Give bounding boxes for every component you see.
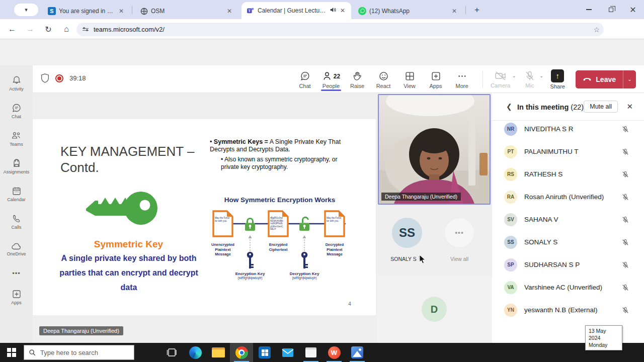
browser-tab-1[interactable]: S You are signed in as 23itrvi ✕ bbox=[43, 3, 130, 19]
apps-plus-icon bbox=[12, 289, 22, 299]
participant-avatar: RS bbox=[504, 168, 517, 181]
tab-close-icon[interactable]: ✕ bbox=[225, 7, 234, 16]
spotlight-avatar[interactable]: SS bbox=[392, 218, 422, 248]
bell-icon bbox=[12, 75, 22, 85]
photos-taskbar-icon[interactable] bbox=[346, 343, 369, 362]
home-button[interactable]: ⌂ bbox=[60, 23, 72, 35]
store-icon bbox=[259, 346, 271, 358]
participant-avatar: SS bbox=[504, 236, 517, 249]
store-taskbar-icon[interactable] bbox=[253, 343, 276, 362]
sidebar-item-apps[interactable]: Apps bbox=[0, 283, 33, 311]
participant-name: RATHESH S bbox=[524, 170, 622, 178]
edge-taskbar-icon[interactable] bbox=[184, 343, 207, 362]
sidebar-item-onedrive[interactable]: OneDrive bbox=[0, 235, 33, 263]
apps-plus-icon bbox=[431, 71, 441, 81]
participants-panel: ❮ In this meeting (22) Mute all ✕ NR NIV… bbox=[492, 93, 644, 343]
bookmark-star-icon[interactable]: ☆ bbox=[593, 26, 600, 34]
raise-hand-button[interactable]: Raise bbox=[344, 68, 370, 92]
start-button[interactable] bbox=[0, 343, 23, 362]
leave-options-chevron-icon[interactable]: ⌄ bbox=[623, 70, 636, 88]
sidebar-item-assignments[interactable]: Assignments bbox=[0, 152, 33, 180]
plaintext-document-icon: May the Force be with you. bbox=[212, 210, 233, 237]
tab-close-icon[interactable]: ✕ bbox=[450, 7, 459, 16]
window-close-button[interactable]: ✕ bbox=[622, 0, 644, 19]
photos-icon bbox=[351, 346, 363, 358]
participant-avatar: D bbox=[422, 297, 447, 322]
view-all-button[interactable]: ••• bbox=[444, 218, 474, 248]
mic-chevron-icon[interactable]: ⌄ bbox=[539, 73, 543, 78]
share-screen-icon: ↑ bbox=[551, 69, 564, 82]
mic-button[interactable]: Mic bbox=[517, 70, 542, 88]
tab-close-icon[interactable]: ✕ bbox=[117, 7, 126, 16]
participant-row[interactable]: SS SONALY S bbox=[492, 231, 644, 253]
tab-title: (12) WhatsApp bbox=[369, 8, 447, 15]
browser-tab-4[interactable]: (12) WhatsApp ✕ bbox=[353, 3, 463, 19]
button-label: View bbox=[404, 83, 416, 89]
sidebar-item-activity[interactable]: Activity bbox=[0, 69, 33, 97]
window-restore-button[interactable] bbox=[600, 0, 622, 19]
window-minimize-button[interactable] bbox=[578, 0, 600, 19]
button-label: More bbox=[455, 83, 468, 89]
participant-row[interactable]: SP SUDHARSAN S P bbox=[492, 253, 644, 276]
mute-all-button[interactable]: Mute all bbox=[584, 101, 618, 113]
raise-hand-icon bbox=[352, 71, 362, 81]
participant-row[interactable]: VA Varshinee AC (Unverified) bbox=[492, 276, 644, 299]
reload-button[interactable]: ↻ bbox=[42, 23, 54, 35]
participant-row[interactable]: NR NIVEDITHA S R bbox=[492, 121, 644, 140]
new-tab-button[interactable]: + bbox=[471, 4, 483, 16]
react-button[interactable]: React bbox=[370, 68, 396, 92]
browser-tab-2[interactable]: OSM ✕ bbox=[135, 3, 238, 19]
sidebar-item-calendar[interactable]: Calendar bbox=[0, 180, 33, 208]
taskbar-search-input[interactable]: Type here to search bbox=[24, 345, 134, 360]
leave-button[interactable]: Leave bbox=[576, 70, 623, 88]
hangup-icon bbox=[583, 77, 592, 82]
back-chevron-icon[interactable]: ❮ bbox=[506, 103, 512, 111]
mail-taskbar-icon[interactable] bbox=[276, 343, 299, 362]
video-tile[interactable]: Deepa Thangaraju (Unverified) bbox=[378, 94, 491, 205]
sidebar-item-calls[interactable]: Calls bbox=[0, 208, 33, 235]
chrome-taskbar-icon[interactable] bbox=[230, 343, 253, 362]
participant-avatar: SP bbox=[504, 258, 517, 272]
sidebar-more-icon[interactable]: ••• bbox=[0, 263, 33, 283]
camera-button[interactable]: Camera bbox=[486, 70, 515, 88]
shield-icon[interactable] bbox=[41, 73, 49, 83]
file-explorer-taskbar-icon[interactable] bbox=[207, 343, 230, 362]
sidebar-item-teams[interactable]: Teams bbox=[0, 125, 33, 152]
sidebar-label: Assignments bbox=[4, 169, 30, 174]
participant-row[interactable]: SV SAHANA V bbox=[492, 208, 644, 231]
chat-button[interactable]: Chat bbox=[292, 68, 318, 92]
participant-row[interactable]: RS RATHESH S bbox=[492, 163, 644, 186]
view-button[interactable]: View bbox=[396, 68, 423, 92]
sidebar-label: OneDrive bbox=[7, 251, 26, 256]
forward-button[interactable]: → bbox=[24, 23, 36, 35]
camera-chevron-icon[interactable]: ⌄ bbox=[512, 73, 516, 78]
participant-name: PALANIMUTHU T bbox=[524, 148, 622, 155]
tab-close-icon[interactable]: ✕ bbox=[338, 6, 347, 15]
wps-taskbar-icon[interactable]: W bbox=[323, 343, 346, 362]
address-bar[interactable]: teams.microsoft.com/v2/ ☆ bbox=[76, 23, 604, 36]
browser-tab-active[interactable]: T Calendar | Guest Lecture on ✕ bbox=[242, 2, 351, 19]
site-info-icon[interactable] bbox=[83, 27, 89, 32]
browser-urlbar: ← → ↻ ⌂ teams.microsoft.com/v2/ ☆ D ⋮ bbox=[0, 19, 644, 39]
tab-search-chevron-icon[interactable]: ▾ bbox=[14, 4, 38, 16]
apps-button[interactable]: Apps bbox=[423, 68, 449, 92]
tab-audio-icon[interactable] bbox=[330, 7, 336, 15]
participant-row[interactable]: PT PALANIMUTHU T bbox=[492, 140, 644, 163]
task-view-button[interactable] bbox=[160, 343, 184, 362]
participant-row[interactable]: YN yeswanth N.B (External) bbox=[492, 299, 644, 321]
sidebar-item-chat[interactable]: Chat bbox=[0, 97, 33, 125]
button-label: Apps bbox=[429, 83, 442, 89]
cloud-icon bbox=[11, 242, 22, 250]
view-all-label: View all bbox=[444, 256, 474, 262]
share-button[interactable]: ↑ Share bbox=[544, 69, 571, 89]
participant-row[interactable]: RA Rosan Aniruth (Unverified) bbox=[492, 186, 644, 208]
more-button[interactable]: More bbox=[449, 68, 475, 92]
globe-favicon bbox=[140, 7, 148, 15]
back-button[interactable]: ← bbox=[6, 23, 18, 35]
mic-muted-icon bbox=[622, 307, 629, 314]
app-window-taskbar-icon[interactable] bbox=[299, 343, 323, 362]
participant-tile[interactable]: D bbox=[377, 276, 492, 343]
close-panel-icon[interactable]: ✕ bbox=[626, 102, 633, 111]
people-button[interactable]: 22 People bbox=[318, 68, 344, 92]
shared-slide: KEY MANAGEMENT – Contd. Symmetric Keys =… bbox=[33, 119, 376, 315]
